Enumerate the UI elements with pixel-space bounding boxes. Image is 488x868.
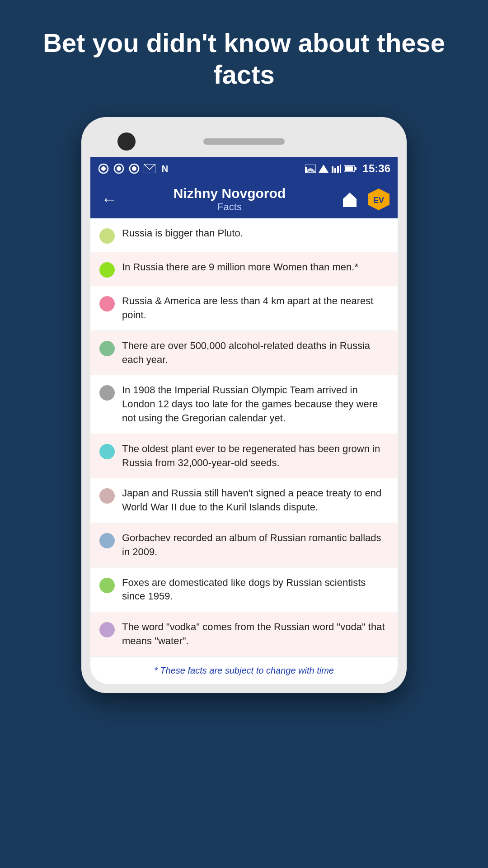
fact-item-10[interactable]: The word "vodka" comes from the Russian … [90, 612, 398, 657]
fact-text-9: Foxes are domesticated like dogs by Russ… [122, 576, 389, 604]
fact-item-2[interactable]: In Russia there are 9 million more Women… [90, 252, 398, 286]
fact-item-6[interactable]: The oldest plant ever to be regenerated … [90, 434, 398, 479]
app-bar-title: Nizhny Novgorod [128, 186, 331, 201]
fact-text-8: Gorbachev recorded an album of Russian r… [122, 531, 389, 559]
camera-icon-3 [128, 163, 140, 175]
fact-dot-2 [99, 262, 115, 278]
status-icons-left: N [98, 163, 171, 175]
camera-icon-2 [113, 163, 125, 175]
fact-dot-3 [99, 296, 115, 311]
fact-dot-7 [99, 488, 115, 504]
footnote-text: * These facts are subject to change with… [98, 665, 390, 676]
fact-dot-8 [99, 533, 115, 548]
ev-badge-button[interactable]: EV [367, 188, 390, 211]
camera-dot [117, 132, 136, 151]
status-time: 15:36 [363, 162, 390, 175]
home-button[interactable] [338, 188, 361, 211]
svg-rect-15 [355, 167, 357, 170]
svg-rect-12 [337, 166, 339, 173]
svg-rect-11 [334, 168, 336, 173]
gmail-icon [144, 163, 155, 175]
app-bar-title-section: Nizhny Novgorod Facts [128, 186, 331, 213]
facts-list: Russia is bigger than Pluto.In Russia th… [90, 218, 398, 657]
fact-text-6: The oldest plant ever to be regenerated … [122, 442, 389, 470]
svg-rect-16 [345, 166, 353, 171]
app-bar-icons: EV [338, 188, 390, 211]
fact-dot-10 [99, 622, 115, 637]
svg-text:EV: EV [373, 196, 384, 205]
svg-rect-13 [340, 165, 341, 173]
fact-dot-9 [99, 578, 115, 593]
svg-point-5 [132, 166, 136, 171]
fact-text-4: There are over 500,000 alcohol-related d… [122, 339, 389, 367]
footnote-bar: * These facts are subject to change with… [90, 657, 398, 684]
svg-point-1 [101, 166, 106, 171]
fact-dot-5 [99, 385, 115, 401]
fact-item-9[interactable]: Foxes are domesticated like dogs by Russ… [90, 568, 398, 613]
fact-item-1[interactable]: Russia is bigger than Pluto. [90, 218, 398, 252]
phone-screen: N [90, 126, 398, 684]
app-bar: ← Nizhny Novgorod Facts EV [90, 180, 398, 218]
fact-dot-4 [99, 341, 115, 356]
svg-rect-17 [347, 203, 352, 207]
nfc-icon: N [159, 163, 171, 175]
fact-text-5: In 1908 the Imperial Russian Olympic Tea… [122, 383, 389, 425]
status-bar: N [90, 157, 398, 180]
camera-icon-1 [98, 163, 109, 175]
fact-item-7[interactable]: Japan and Russia still haven't signed a … [90, 478, 398, 523]
app-bar-subtitle: Facts [128, 201, 331, 213]
phone-frame: N [81, 117, 407, 693]
page-headline: Bet you didn't know about these facts [0, 27, 488, 90]
fact-text-10: The word "vodka" comes from the Russian … [122, 620, 389, 648]
fact-text-2: In Russia there are 9 million more Women… [122, 260, 389, 274]
svg-point-3 [117, 166, 121, 171]
fact-text-1: Russia is bigger than Pluto. [122, 226, 389, 241]
phone-camera-area [90, 126, 398, 157]
svg-rect-10 [332, 166, 333, 173]
fact-item-3[interactable]: Russia & America are less than 4 km apar… [90, 286, 398, 331]
svg-marker-9 [319, 165, 328, 173]
fact-item-5[interactable]: In 1908 the Imperial Russian Olympic Tea… [90, 375, 398, 434]
fact-item-4[interactable]: There are over 500,000 alcohol-related d… [90, 331, 398, 376]
fact-text-3: Russia & America are less than 4 km apar… [122, 294, 389, 322]
speaker-bar [203, 138, 285, 145]
fact-dot-6 [99, 444, 115, 459]
fact-dot-1 [99, 228, 115, 244]
fact-text-7: Japan and Russia still haven't signed a … [122, 486, 389, 514]
back-button[interactable]: ← [98, 188, 121, 211]
fact-item-8[interactable]: Gorbachev recorded an album of Russian r… [90, 523, 398, 568]
status-icons-right: 15:36 [305, 162, 390, 175]
